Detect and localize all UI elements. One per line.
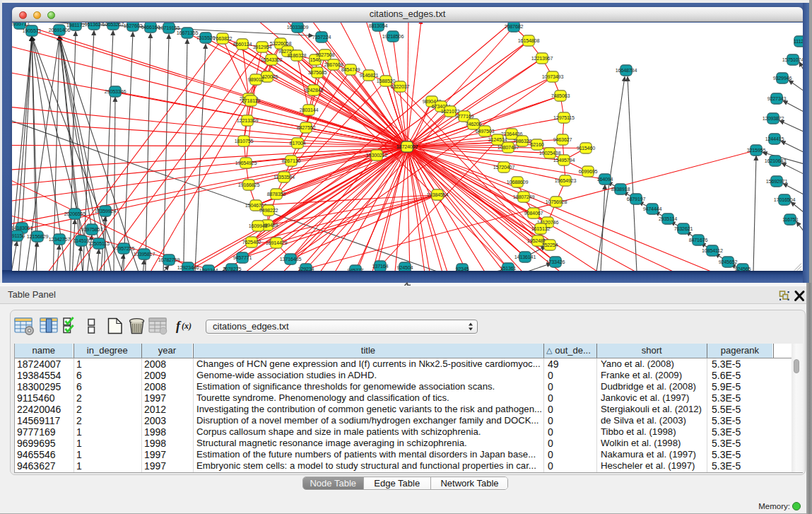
svg-text:9329946: 9329946	[773, 74, 792, 81]
svg-text:8938918: 8938918	[611, 185, 630, 192]
svg-text:8471676: 8471676	[689, 236, 708, 243]
svg-text:16210643: 16210643	[765, 157, 787, 163]
svg-text:16154808: 16154808	[518, 37, 540, 43]
svg-text:817004: 817004	[290, 139, 306, 146]
svg-text:8878352: 8878352	[267, 190, 286, 197]
svg-text:12093872: 12093872	[763, 115, 784, 121]
svg-text:8267130: 8267130	[282, 157, 301, 163]
svg-text:7986322: 7986322	[513, 137, 532, 144]
svg-text:746206: 746206	[466, 120, 482, 127]
svg-text:1810755: 1810755	[235, 137, 254, 144]
svg-text:7357224: 7357224	[312, 33, 331, 40]
svg-text:1981172: 1981172	[66, 23, 85, 28]
svg-text:10688609: 10688609	[507, 178, 529, 185]
svg-text:12505115: 12505115	[88, 240, 110, 246]
svg-text:12156829: 12156829	[27, 233, 49, 239]
svg-text:10973493: 10973493	[542, 73, 564, 79]
svg-text:15300212: 15300212	[366, 151, 388, 158]
svg-text:13716485: 13716485	[280, 255, 302, 262]
svg-text:11123: 11123	[794, 37, 803, 44]
svg-text:29053346: 29053346	[105, 88, 126, 94]
svg-text:3875685: 3875685	[308, 69, 327, 75]
svg-text:1733426: 1733426	[546, 258, 565, 264]
svg-text:19218506: 19218506	[382, 33, 404, 39]
svg-text:1527602: 1527602	[124, 23, 143, 29]
svg-text:16648784: 16648784	[616, 66, 637, 73]
svg-text:9457771: 9457771	[233, 254, 252, 260]
svg-text:12213369: 12213369	[237, 117, 259, 123]
svg-text:1615132: 1615132	[531, 225, 551, 231]
svg-text:1292344: 1292344	[199, 267, 218, 270]
svg-text:16671355: 16671355	[177, 29, 199, 35]
svg-text:9498222: 9498222	[259, 206, 278, 213]
svg-text:137164: 137164	[372, 262, 389, 269]
svg-text:9245652: 9245652	[719, 258, 738, 264]
svg-text:7632621: 7632621	[674, 225, 693, 231]
svg-text:924504: 924504	[397, 264, 413, 270]
svg-text:16914479: 16914479	[266, 239, 288, 245]
svg-text:129234: 129234	[298, 265, 314, 270]
svg-text:19166825: 19166825	[238, 181, 260, 187]
svg-text:(x): (x)	[182, 321, 192, 331]
svg-text:12923446: 12923446	[177, 264, 199, 270]
svg-text:92345: 92345	[456, 265, 469, 270]
svg-text:14136141: 14136141	[514, 253, 536, 259]
svg-text:19384554: 19384554	[427, 191, 449, 197]
svg-text:18724007: 18724007	[396, 143, 418, 149]
svg-text:116753: 116753	[782, 216, 798, 222]
svg-text:15692971: 15692971	[766, 177, 788, 184]
svg-text:11353594: 11353594	[273, 173, 295, 180]
svg-text:10807487: 10807487	[498, 144, 519, 150]
svg-text:2803144: 2803144	[300, 106, 319, 112]
svg-text:9327508: 9327508	[316, 51, 335, 57]
svg-text:164094: 164094	[597, 175, 613, 182]
svg-text:1513627: 1513627	[85, 23, 104, 28]
svg-text:10756928: 10756928	[546, 198, 567, 204]
svg-text:15751074: 15751074	[782, 56, 803, 62]
svg-text:945777: 945777	[348, 267, 364, 270]
svg-text:19654925: 19654925	[235, 159, 257, 165]
svg-text:924565: 924565	[735, 265, 751, 270]
svg-text:3124534: 3124534	[488, 136, 507, 142]
svg-text:12342757: 12342757	[49, 235, 71, 242]
svg-text:3215955: 3215955	[747, 146, 766, 153]
svg-text:19654923: 19654923	[555, 177, 577, 183]
svg-text:3912954: 3912954	[253, 43, 272, 49]
svg-text:9115460: 9115460	[577, 144, 595, 151]
svg-text:10854112: 10854112	[702, 247, 723, 253]
svg-text:17016504: 17016504	[774, 196, 796, 202]
svg-text:8427552: 8427552	[297, 124, 316, 130]
svg-text:10395817: 10395817	[134, 250, 155, 257]
svg-text:6879197: 6879197	[627, 195, 646, 201]
svg-text:9242848: 9242848	[305, 86, 324, 93]
svg-text:9463627: 9463627	[553, 136, 572, 142]
svg-text:12213967: 12213967	[531, 54, 553, 61]
svg-text:1609948: 1609948	[249, 222, 268, 228]
svg-text:17359924: 17359924	[95, 207, 117, 214]
svg-text:6099695: 6099695	[579, 168, 598, 174]
svg-text:391154: 391154	[12, 232, 25, 238]
svg-text:7625402: 7625402	[242, 238, 261, 245]
svg-text:1078275: 1078275	[223, 265, 242, 270]
svg-text:16033809: 16033809	[287, 23, 309, 30]
svg-text:9227343: 9227343	[767, 95, 787, 101]
svg-text:15495794: 15495794	[553, 156, 575, 163]
svg-text:20206555: 20206555	[64, 210, 86, 216]
svg-text:2867608: 2867608	[324, 61, 343, 67]
svg-text:8660124: 8660124	[233, 40, 252, 47]
svg-text:f: f	[176, 319, 182, 333]
svg-text:8454749: 8454749	[341, 66, 360, 72]
svg-text:8813054: 8813054	[369, 23, 388, 29]
svg-text:252254: 252254	[542, 241, 558, 247]
svg-text:6497503: 6497503	[476, 127, 495, 134]
svg-text:18807249: 18807249	[513, 193, 535, 199]
svg-text:9146821: 9146821	[360, 71, 379, 78]
svg-text:2718119: 2718119	[242, 97, 260, 103]
svg-text:7663822: 7663822	[213, 35, 233, 41]
svg-text:9084067: 9084067	[524, 209, 543, 216]
svg-text:6322037: 6322037	[391, 83, 410, 89]
svg-text:151361: 151361	[500, 264, 517, 270]
svg-text:989012: 989012	[248, 76, 264, 82]
svg-text:2935114: 2935114	[659, 215, 677, 221]
svg-text:2087682: 2087682	[505, 23, 524, 29]
